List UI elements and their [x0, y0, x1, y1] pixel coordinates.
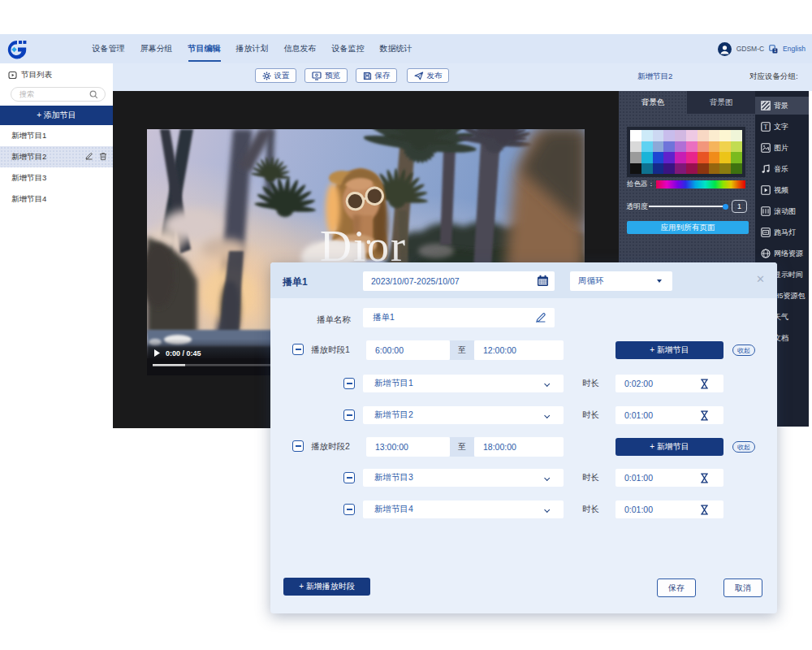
svg-text:T: T [764, 124, 768, 131]
svg-text:0:00 / 0:45: 0:00 / 0:45 [166, 349, 201, 358]
svg-text:1: 1 [774, 48, 776, 53]
